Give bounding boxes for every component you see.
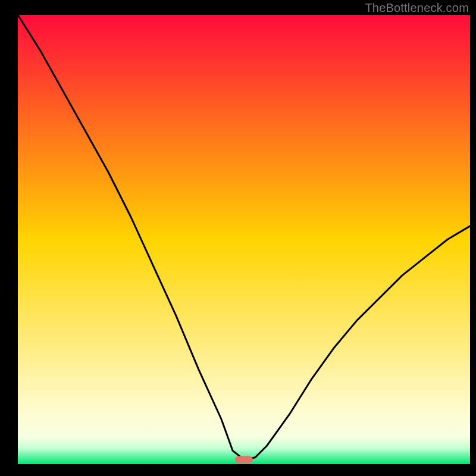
optimum-marker [235,456,253,463]
plot-background [18,15,470,464]
watermark-text: TheBottleneck.com [365,1,469,15]
chart-container: TheBottleneck.com [0,0,476,476]
bottleneck-chart [0,0,476,476]
